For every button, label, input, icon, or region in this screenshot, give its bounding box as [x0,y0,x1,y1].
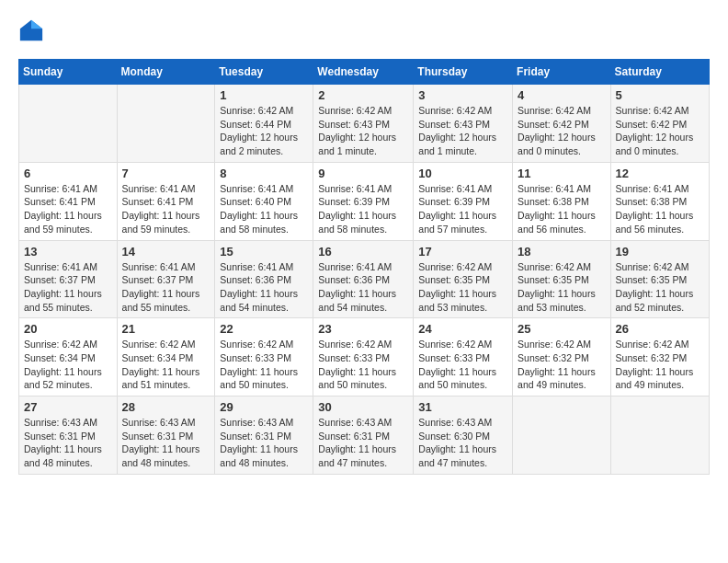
day-info: Sunrise: 6:41 AM Sunset: 6:36 PM Dayligh… [318,260,408,315]
day-info: Sunrise: 6:43 AM Sunset: 6:31 PM Dayligh… [318,416,408,470]
day-number: 16 [318,245,408,259]
calendar-cell: 3Sunrise: 6:42 AM Sunset: 6:43 PM Daylig… [414,85,513,163]
day-number: 19 [616,245,704,259]
day-number: 9 [318,167,408,180]
day-info: Sunrise: 6:43 AM Sunset: 6:30 PM Dayligh… [418,416,507,470]
calendar-cell: 7Sunrise: 6:41 AM Sunset: 6:41 PM Daylig… [117,162,215,240]
day-info: Sunrise: 6:42 AM Sunset: 6:32 PM Dayligh… [518,338,606,392]
day-info: Sunrise: 6:42 AM Sunset: 6:42 PM Dayligh… [518,104,606,158]
weekday-header: Saturday [610,60,709,85]
weekday-header: Thursday [414,60,513,85]
day-number: 28 [122,400,210,414]
logo [18,18,48,44]
day-info: Sunrise: 6:42 AM Sunset: 6:32 PM Dayligh… [616,338,704,392]
calendar-cell: 24Sunrise: 6:42 AM Sunset: 6:33 PM Dayli… [414,318,513,396]
weekday-header: Tuesday [215,60,313,85]
day-info: Sunrise: 6:42 AM Sunset: 6:42 PM Dayligh… [616,104,704,158]
day-info: Sunrise: 6:42 AM Sunset: 6:34 PM Dayligh… [122,338,210,392]
day-number: 26 [616,322,704,336]
day-number: 4 [518,88,606,102]
day-info: Sunrise: 6:41 AM Sunset: 6:36 PM Dayligh… [220,260,308,315]
calendar-cell: 18Sunrise: 6:42 AM Sunset: 6:35 PM Dayli… [513,240,611,318]
day-info: Sunrise: 6:42 AM Sunset: 6:33 PM Dayligh… [318,338,408,392]
calendar-cell: 23Sunrise: 6:42 AM Sunset: 6:33 PM Dayli… [313,318,414,396]
calendar-cell [117,85,215,163]
day-info: Sunrise: 6:42 AM Sunset: 6:35 PM Dayligh… [518,260,606,315]
day-info: Sunrise: 6:41 AM Sunset: 6:37 PM Dayligh… [24,260,112,315]
calendar-cell: 30Sunrise: 6:43 AM Sunset: 6:31 PM Dayli… [313,396,414,475]
calendar-cell [610,396,709,475]
calendar-table: SundayMondayTuesdayWednesdayThursdayFrid… [18,59,710,475]
calendar-week-row: 27Sunrise: 6:43 AM Sunset: 6:31 PM Dayli… [19,396,710,475]
calendar-header-row: SundayMondayTuesdayWednesdayThursdayFrid… [19,60,710,85]
day-info: Sunrise: 6:41 AM Sunset: 6:40 PM Dayligh… [220,182,308,236]
calendar-cell [19,85,118,163]
day-number: 2 [318,88,408,102]
day-info: Sunrise: 6:42 AM Sunset: 6:33 PM Dayligh… [418,338,507,392]
day-number: 8 [220,167,308,180]
day-info: Sunrise: 6:43 AM Sunset: 6:31 PM Dayligh… [220,416,308,470]
day-number: 3 [418,88,507,102]
day-info: Sunrise: 6:42 AM Sunset: 6:44 PM Dayligh… [220,104,308,158]
calendar-cell: 29Sunrise: 6:43 AM Sunset: 6:31 PM Dayli… [215,396,313,475]
day-number: 1 [220,88,308,102]
day-number: 15 [220,245,308,259]
calendar-cell: 12Sunrise: 6:41 AM Sunset: 6:38 PM Dayli… [610,162,709,240]
calendar-cell: 19Sunrise: 6:42 AM Sunset: 6:35 PM Dayli… [610,240,709,318]
day-number: 29 [220,400,308,414]
day-number: 21 [122,322,210,336]
day-number: 22 [220,322,308,336]
day-number: 24 [418,322,507,336]
calendar-cell: 1Sunrise: 6:42 AM Sunset: 6:44 PM Daylig… [215,85,313,163]
day-number: 12 [616,167,704,180]
calendar-week-row: 20Sunrise: 6:42 AM Sunset: 6:34 PM Dayli… [19,318,710,396]
weekday-header: Friday [513,60,611,85]
day-number: 13 [24,245,112,259]
day-number: 14 [122,245,210,259]
weekday-header: Wednesday [313,60,414,85]
calendar-cell: 11Sunrise: 6:41 AM Sunset: 6:38 PM Dayli… [513,162,611,240]
day-number: 11 [518,167,606,180]
calendar-cell: 13Sunrise: 6:41 AM Sunset: 6:37 PM Dayli… [19,240,118,318]
day-info: Sunrise: 6:41 AM Sunset: 6:37 PM Dayligh… [122,260,210,315]
day-info: Sunrise: 6:42 AM Sunset: 6:35 PM Dayligh… [418,260,507,315]
calendar-cell: 21Sunrise: 6:42 AM Sunset: 6:34 PM Dayli… [117,318,215,396]
calendar-cell: 28Sunrise: 6:43 AM Sunset: 6:31 PM Dayli… [117,396,215,475]
calendar-cell: 8Sunrise: 6:41 AM Sunset: 6:40 PM Daylig… [215,162,313,240]
calendar-cell: 15Sunrise: 6:41 AM Sunset: 6:36 PM Dayli… [215,240,313,318]
calendar-cell: 5Sunrise: 6:42 AM Sunset: 6:42 PM Daylig… [610,85,709,163]
calendar-cell: 17Sunrise: 6:42 AM Sunset: 6:35 PM Dayli… [414,240,513,318]
day-number: 20 [24,322,112,336]
calendar-cell: 10Sunrise: 6:41 AM Sunset: 6:39 PM Dayli… [414,162,513,240]
day-info: Sunrise: 6:41 AM Sunset: 6:39 PM Dayligh… [418,182,507,236]
calendar-cell: 14Sunrise: 6:41 AM Sunset: 6:37 PM Dayli… [117,240,215,318]
calendar-cell: 4Sunrise: 6:42 AM Sunset: 6:42 PM Daylig… [513,85,611,163]
calendar-cell: 26Sunrise: 6:42 AM Sunset: 6:32 PM Dayli… [610,318,709,396]
day-info: Sunrise: 6:42 AM Sunset: 6:34 PM Dayligh… [24,338,112,392]
day-number: 5 [616,88,704,102]
day-number: 25 [518,322,606,336]
day-info: Sunrise: 6:41 AM Sunset: 6:41 PM Dayligh… [24,182,112,236]
day-number: 7 [122,167,210,180]
day-info: Sunrise: 6:43 AM Sunset: 6:31 PM Dayligh… [122,416,210,470]
calendar-cell: 6Sunrise: 6:41 AM Sunset: 6:41 PM Daylig… [19,162,118,240]
calendar-cell: 2Sunrise: 6:42 AM Sunset: 6:43 PM Daylig… [313,85,414,163]
day-number: 23 [318,322,408,336]
svg-marker-1 [31,20,42,29]
page-header [18,18,710,44]
day-info: Sunrise: 6:42 AM Sunset: 6:43 PM Dayligh… [418,104,507,158]
calendar-cell: 16Sunrise: 6:41 AM Sunset: 6:36 PM Dayli… [313,240,414,318]
calendar-cell: 27Sunrise: 6:43 AM Sunset: 6:31 PM Dayli… [19,396,118,475]
calendar-cell: 9Sunrise: 6:41 AM Sunset: 6:39 PM Daylig… [313,162,414,240]
calendar-week-row: 6Sunrise: 6:41 AM Sunset: 6:41 PM Daylig… [19,162,710,240]
day-info: Sunrise: 6:42 AM Sunset: 6:33 PM Dayligh… [220,338,308,392]
day-info: Sunrise: 6:43 AM Sunset: 6:31 PM Dayligh… [24,416,112,470]
calendar-cell: 20Sunrise: 6:42 AM Sunset: 6:34 PM Dayli… [19,318,118,396]
day-number: 6 [24,167,112,180]
logo-icon [18,18,44,44]
calendar-cell: 22Sunrise: 6:42 AM Sunset: 6:33 PM Dayli… [215,318,313,396]
calendar-week-row: 1Sunrise: 6:42 AM Sunset: 6:44 PM Daylig… [19,85,710,163]
calendar-cell [513,396,611,475]
day-number: 31 [418,400,507,414]
day-info: Sunrise: 6:41 AM Sunset: 6:41 PM Dayligh… [122,182,210,236]
